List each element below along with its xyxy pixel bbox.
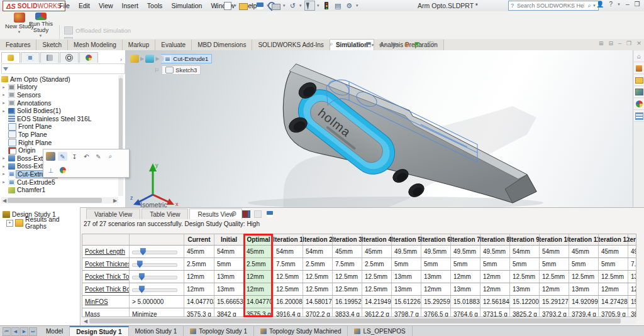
undo-icon[interactable]: ↺ xyxy=(288,1,297,10)
apply-scene-icon[interactable]: ◩▼ xyxy=(414,41,423,48)
scroll-left-icon[interactable]: ◀ xyxy=(82,318,89,324)
edit-appearance-icon[interactable]: ◍ xyxy=(404,41,410,48)
ribbon-tab-evaluate[interactable]: Evaluate xyxy=(155,40,192,50)
scroll-thumb[interactable] xyxy=(89,318,621,323)
tree-item-history[interactable]: ▸History xyxy=(1,84,117,92)
tree-vertical-scrollbar[interactable] xyxy=(118,75,123,196)
menu-view[interactable]: View xyxy=(99,2,113,9)
new-document-dropdown-icon[interactable]: ▼ xyxy=(233,4,237,8)
ribbon-tab-mbd-dimensions[interactable]: MBD Dimensions xyxy=(192,40,252,50)
home-icon[interactable]: ⌂ xyxy=(211,1,221,10)
appearances-wheel-icon[interactable] xyxy=(634,99,644,110)
rollback-icon[interactable]: ↶ xyxy=(82,152,91,161)
slider-thumb[interactable] xyxy=(140,248,146,256)
bottom-tab-model[interactable]: Model xyxy=(40,326,70,336)
tree-caret-icon[interactable]: ▸ xyxy=(1,156,6,161)
zoom-fit-icon[interactable]: ⌕ xyxy=(330,40,333,48)
pane-minimize-icon[interactable]: – xyxy=(618,40,621,46)
user-icon[interactable]: 👤 xyxy=(596,1,604,8)
breadcrumb-sketch-chip[interactable]: Sketch3 xyxy=(162,65,201,75)
help-search[interactable]: ? ⌕ ▼ xyxy=(508,1,599,11)
tab-feature-manager[interactable] xyxy=(1,52,20,63)
search-input[interactable] xyxy=(516,2,586,9)
table-horizontal-scrollbar[interactable]: ◀ xyxy=(82,318,636,324)
results-display-icon[interactable] xyxy=(242,210,250,218)
expand-plus-icon[interactable]: + xyxy=(6,220,13,227)
undo-dropdown-icon[interactable]: ▼ xyxy=(299,4,303,8)
menu-tools[interactable]: Tools xyxy=(147,2,163,9)
tree-filter[interactable] xyxy=(1,63,125,74)
bottom-tab-motion-study-1[interactable]: Motion Study 1 xyxy=(129,326,184,336)
tree-item-solid-bodies-1-[interactable]: ▸Solid Bodies(1) xyxy=(1,107,117,115)
row-label-link[interactable]: Pocket Length xyxy=(85,248,125,255)
hide-icon[interactable]: ✎ xyxy=(94,152,103,161)
parameter-slider[interactable] xyxy=(132,249,177,255)
row-control-cell[interactable] xyxy=(130,271,184,283)
row-label-link[interactable]: Mass xyxy=(85,311,100,317)
menu-insert[interactable]: Insert xyxy=(122,2,138,9)
tree-item-annotations[interactable]: ▸Annotations xyxy=(1,99,117,107)
design-library-icon[interactable] xyxy=(634,63,644,74)
rebuild-traffic-light-icon[interactable] xyxy=(322,1,331,10)
ribbon-tab-solidworks-add-ins[interactable]: SOLIDWORKS Add-Ins xyxy=(252,40,330,50)
ribbon-tab-features[interactable]: Features xyxy=(0,40,36,50)
pane-close-icon[interactable]: ✕ xyxy=(636,40,641,46)
display-style-icon[interactable]: ◈▼ xyxy=(379,41,387,48)
suppress-icon[interactable]: ↧ xyxy=(70,152,79,161)
expand-pane-icon[interactable]: ⊟ xyxy=(609,40,614,46)
tree-item-front-plane[interactable]: Front Plane xyxy=(1,123,117,131)
graphics-viewport[interactable]: holma xyxy=(125,50,633,207)
tree-horizontal-scrollbar[interactable]: ◀ ▶ xyxy=(1,197,118,203)
options-gear-dropdown-icon[interactable]: ▼ xyxy=(355,4,359,8)
zoom-to-selection-icon[interactable]: ⌕ xyxy=(106,152,115,161)
tree-caret-icon[interactable]: ▸ xyxy=(1,109,6,114)
row-control-cell[interactable] xyxy=(130,258,184,270)
section-view-icon[interactable]: ◫ xyxy=(355,41,361,48)
row-label-link[interactable]: Pocket Thick Bottom xyxy=(85,286,130,293)
new-study-dropdown-icon[interactable]: ▼ xyxy=(18,30,21,34)
row-control-cell[interactable] xyxy=(130,283,184,295)
file-explorer-icon[interactable] xyxy=(634,75,644,86)
menu-edit[interactable]: Edit xyxy=(79,2,90,9)
parameter-slider[interactable] xyxy=(132,261,177,268)
open-icon[interactable] xyxy=(239,1,248,10)
custom-properties-icon[interactable] xyxy=(634,111,644,122)
save-icon[interactable] xyxy=(255,1,265,10)
tree-caret-icon[interactable]: ▸ xyxy=(1,164,6,169)
feature-tree-root[interactable]: Arm Opto (Standard) xyxy=(1,75,117,84)
scroll-thumb[interactable] xyxy=(8,198,102,203)
select-cursor-icon[interactable] xyxy=(304,1,315,11)
tree-caret-icon[interactable]: ▸ xyxy=(1,180,6,185)
tree-caret-icon[interactable]: ▸ xyxy=(1,100,6,106)
tree-item-cut-extrude5[interactable]: ▸Cut-Extrude5 xyxy=(1,178,117,187)
last-tab-icon[interactable]: ⏭ xyxy=(29,327,37,336)
row-label-link[interactable]: Pocket Thick Top xyxy=(85,273,130,280)
view-orientation-icon[interactable]: ⬒▼ xyxy=(365,41,374,48)
tree-item-right-plane[interactable]: Right Plane xyxy=(1,139,117,147)
tree-item-top-plane[interactable]: Top Plane xyxy=(1,131,117,139)
row-label-link[interactable]: Pocket Thickness xyxy=(85,261,130,268)
breadcrumb-feature-chip[interactable]: Cut-Extrude1 xyxy=(160,54,212,63)
hide-show-icon[interactable]: ◉▼ xyxy=(391,41,400,48)
home-tab-icon[interactable]: ⌂ xyxy=(634,51,644,62)
tree-caret-icon[interactable]: ▸ xyxy=(1,92,6,97)
tab-property-manager[interactable] xyxy=(21,52,40,63)
tab-display-manager[interactable] xyxy=(79,52,98,63)
open-dropdown-icon[interactable]: ▼ xyxy=(250,4,253,8)
run-study-dropdown-icon[interactable]: ▼ xyxy=(39,34,43,38)
study-tree-results[interactable]: + Results and Graphs xyxy=(0,219,80,227)
tree-caret-icon[interactable]: ▸ xyxy=(1,85,6,90)
help-icon[interactable]: ? xyxy=(609,1,613,8)
tree-item-sensors[interactable]: ▸Sensors xyxy=(1,91,117,99)
tab-dimxpert-manager[interactable] xyxy=(60,52,79,63)
menu-simulation[interactable]: Simulation xyxy=(171,2,202,9)
print-dropdown-icon[interactable]: ▼ xyxy=(282,4,286,8)
view-settings-icon[interactable]: 🖵▼ xyxy=(428,40,437,48)
save-dropdown-icon[interactable]: ▼ xyxy=(266,4,270,8)
appearances-icon[interactable] xyxy=(58,166,67,175)
help-dropdown-icon[interactable]: ▼ xyxy=(617,3,621,6)
ribbon-tab-mesh-modeling[interactable]: Mesh Modeling xyxy=(68,40,123,50)
select-cursor-dropdown-icon[interactable]: ▼ xyxy=(316,4,320,8)
slider-thumb[interactable] xyxy=(139,273,145,281)
ribbon-tab-sketch[interactable]: Sketch xyxy=(36,40,68,50)
